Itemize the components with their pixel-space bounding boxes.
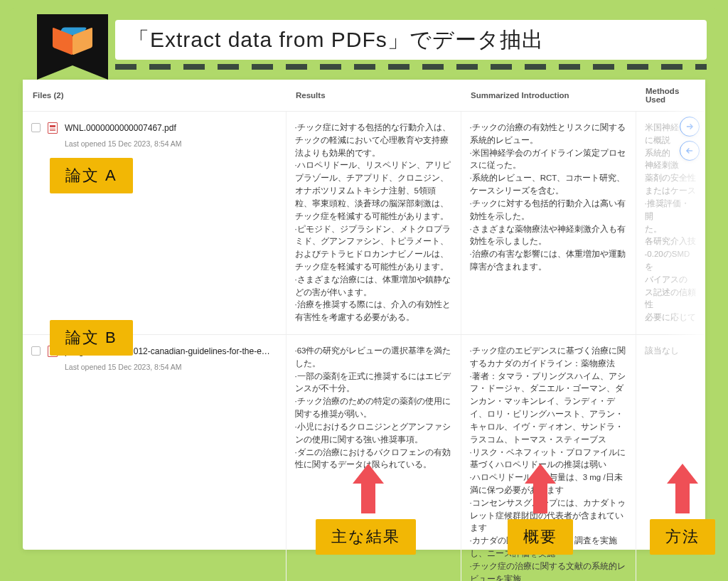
table-row: WNL.0000000000007467.pdf Last opened 15 …: [23, 112, 705, 335]
results-cell: ·チック症に対する包括的な行動介入は、チックの軽減において心理教育や支持療法より…: [295, 122, 452, 324]
col-header-files[interactable]: Files (2): [23, 80, 286, 112]
app-logo-icon: [53, 24, 92, 58]
summary-cell: ·チックの治療の有効性とリスクに関する系統的レビュー。 ·米国神経学会のガイドラ…: [470, 122, 627, 274]
page-frame: 「Extract data from PDFs」でデータ抽出 Files (2)…: [9, 9, 719, 572]
annotation-paper-a: 論文 A: [50, 158, 133, 193]
file-last-opened: Last opened 15 Dec 2023, 8:54 AM: [65, 138, 182, 149]
results-cell: ·63件の研究がレビューの選択基準を満たした。 ·一部の薬剤を正式に推奨するには…: [295, 345, 452, 471]
scroll-left-button[interactable]: [680, 141, 700, 161]
col-header-results[interactable]: Results: [286, 80, 461, 112]
row-checkbox[interactable]: [31, 123, 41, 132]
annotation-paper-b: 論文 B: [50, 320, 133, 356]
row-checkbox[interactable]: [31, 346, 41, 356]
col-header-methods[interactable]: Methods Used: [636, 80, 705, 112]
arrow-up-icon: [353, 464, 384, 513]
arrow-left-icon: [685, 146, 695, 156]
annotation-methods: 方法: [650, 519, 715, 555]
arrow-up-icon: [667, 464, 698, 513]
title-underline: [115, 64, 707, 70]
file-last-opened: Last opened 15 Dec 2023, 8:54 AM: [65, 361, 271, 373]
file-name[interactable]: WNL.0000000000007467.pdf: [65, 122, 182, 135]
col-header-summary[interactable]: Summarized Introduction: [461, 80, 636, 112]
pdf-icon: [48, 122, 58, 134]
page-title: 「Extract data from PDFs」でデータ抽出: [115, 20, 707, 60]
arrow-right-icon: [685, 122, 695, 132]
annotation-summary: 概要: [508, 519, 573, 555]
scroll-right-button[interactable]: [680, 117, 700, 137]
arrow-up-icon: [525, 464, 556, 513]
methods-cell: 該当なし: [645, 345, 697, 358]
annotation-results: 主な結果: [316, 519, 416, 555]
